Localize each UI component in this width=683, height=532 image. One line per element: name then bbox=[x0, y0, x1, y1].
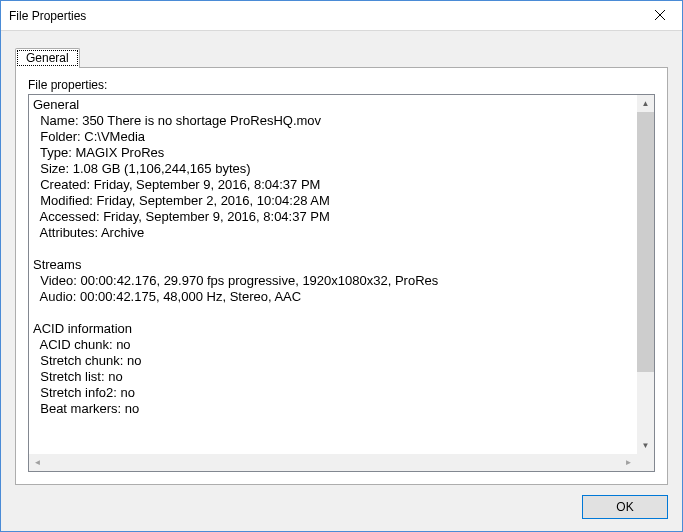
group-acid-title: ACID information bbox=[33, 321, 132, 336]
properties-text: General Name: 350 There is no shortage P… bbox=[29, 95, 637, 454]
tab-general-label: General bbox=[26, 51, 69, 65]
properties-scroll: General Name: 350 There is no shortage P… bbox=[29, 95, 654, 454]
group-general-title: General bbox=[33, 97, 79, 112]
row-modified: Modified: Friday, September 2, 2016, 10:… bbox=[40, 193, 330, 208]
row-accessed: Accessed: Friday, September 9, 2016, 8:0… bbox=[40, 209, 330, 224]
row-type: Type: MAGIX ProRes bbox=[40, 145, 164, 160]
properties-box: General Name: 350 There is no shortage P… bbox=[28, 94, 655, 472]
close-icon bbox=[655, 9, 665, 23]
ok-button-label: OK bbox=[616, 500, 633, 514]
row-attributes: Attributes: Archive bbox=[40, 225, 145, 240]
scroll-down-arrow-icon[interactable]: ▼ bbox=[637, 437, 654, 454]
button-row: OK bbox=[15, 485, 668, 519]
row-name: Name: 350 There is no shortage ProResHQ.… bbox=[40, 113, 321, 128]
close-button[interactable] bbox=[637, 1, 682, 31]
row-stretch-info2: Stretch info2: no bbox=[40, 385, 135, 400]
scroll-left-arrow-icon[interactable]: ◄ bbox=[29, 454, 46, 471]
row-audio: Audio: 00:00:42.175, 48,000 Hz, Stereo, … bbox=[40, 289, 302, 304]
tabstrip: General bbox=[15, 45, 668, 67]
row-beat-markers: Beat markers: no bbox=[40, 401, 139, 416]
window-title: File Properties bbox=[1, 9, 637, 23]
group-streams-title: Streams bbox=[33, 257, 81, 272]
tabpanel-general: File properties: General Name: 350 There… bbox=[15, 67, 668, 485]
hscroll-track[interactable] bbox=[46, 454, 620, 471]
vertical-scrollbar[interactable]: ▲ ▼ bbox=[637, 95, 654, 454]
horizontal-scrollbar[interactable]: ◄ ► bbox=[29, 454, 654, 471]
row-video: Video: 00:00:42.176, 29.970 fps progress… bbox=[40, 273, 438, 288]
ok-button[interactable]: OK bbox=[582, 495, 668, 519]
row-created: Created: Friday, September 9, 2016, 8:04… bbox=[40, 177, 320, 192]
scroll-right-arrow-icon[interactable]: ► bbox=[620, 454, 637, 471]
row-stretch-list: Stretch list: no bbox=[40, 369, 122, 384]
row-acid-chunk: ACID chunk: no bbox=[40, 337, 131, 352]
vscroll-thumb[interactable] bbox=[637, 112, 654, 372]
row-folder: Folder: C:\VMedia bbox=[40, 129, 145, 144]
client-area: General File properties: General Name: 3… bbox=[1, 31, 682, 531]
tab-general[interactable]: General bbox=[15, 48, 80, 68]
dialog-window: File Properties General File properties:… bbox=[0, 0, 683, 532]
row-size: Size: 1.08 GB (1,106,244,165 bytes) bbox=[40, 161, 250, 176]
scroll-up-arrow-icon[interactable]: ▲ bbox=[637, 95, 654, 112]
row-stretch-chunk: Stretch chunk: no bbox=[40, 353, 141, 368]
scroll-corner bbox=[637, 454, 654, 471]
section-label: File properties: bbox=[28, 78, 655, 92]
titlebar: File Properties bbox=[1, 1, 682, 31]
vscroll-track[interactable] bbox=[637, 112, 654, 437]
